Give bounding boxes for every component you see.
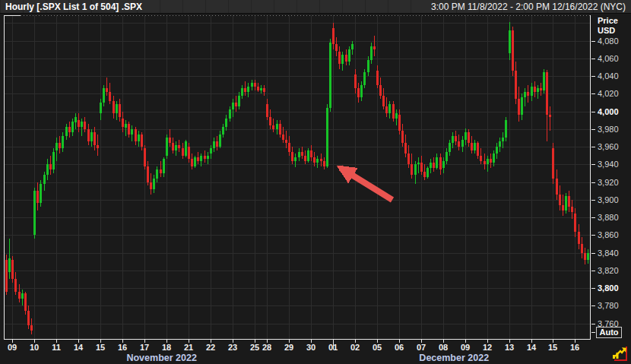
day-tick-label: 07 <box>411 343 431 352</box>
price-tick-label: 3,960 <box>598 142 619 151</box>
price-tick-label: 3,920 <box>598 178 619 187</box>
axis-tick <box>591 164 595 165</box>
day-tick-label: 09 <box>2 343 22 352</box>
day-tick-label: 14 <box>522 343 541 352</box>
day-tick-label: 23 <box>223 343 243 352</box>
day-tick-label: 06 <box>389 343 409 352</box>
axis-tick <box>591 76 595 77</box>
price-tick-label: 3,880 <box>598 213 619 222</box>
chart-date-range: 3:00 PM 11/8/2022 - 2:00 PM 12/16/2022 (… <box>431 2 626 12</box>
axis-tick <box>591 324 595 324</box>
day-tick-label: 15 <box>543 343 563 352</box>
price-tick-label: 4,080 <box>598 36 619 46</box>
day-tick-label: 14 <box>68 343 88 352</box>
price-axis-title: Price <box>598 16 618 25</box>
axis-tick <box>591 129 595 130</box>
chart-window: Hourly [.SPX List 1 of 504] .SPX 3:00 PM… <box>0 0 631 364</box>
month-label-november: November 2022 <box>126 353 196 363</box>
price-axis[interactable]: Price USD 4,0804,0604,0404,0204,0003,980… <box>591 14 631 340</box>
chart-app-icon[interactable] <box>610 344 629 362</box>
price-tick-label: 3,820 <box>598 266 619 275</box>
day-tick-label: 21 <box>179 343 198 352</box>
candles <box>5 22 589 334</box>
day-tick-label: 29 <box>279 343 299 352</box>
axis-tick <box>591 182 595 183</box>
axis-tick <box>591 59 595 59</box>
plot-frame <box>4 15 591 340</box>
day-tick-label: 11 <box>46 343 66 352</box>
price-tick-label: 3,900 <box>598 195 619 204</box>
time-axis[interactable]: 0910111415161718212223252829300102050607… <box>0 340 591 364</box>
plot-area[interactable] <box>4 15 591 340</box>
chart-header: Hourly [.SPX List 1 of 504] .SPX 3:00 PM… <box>0 0 631 14</box>
axis-tick <box>591 235 595 236</box>
price-tick-label: 4,020 <box>598 89 619 98</box>
price-tick-label: 3,980 <box>598 125 619 134</box>
axis-tick <box>591 200 595 201</box>
price-tick-label: 3,780 <box>598 301 619 310</box>
day-tick-label: 08 <box>433 343 453 352</box>
day-tick-label: 18 <box>157 343 176 352</box>
axis-tick <box>591 332 595 333</box>
day-tick-label: 02 <box>345 343 365 352</box>
candlestick-chart[interactable] <box>4 15 591 340</box>
day-tick-label: 16 <box>565 343 585 352</box>
price-tick-label: 4,060 <box>598 54 619 63</box>
day-tick-label: 16 <box>113 343 132 352</box>
day-tick-label: 17 <box>135 343 154 352</box>
price-tick-label: 3,800 <box>598 283 619 293</box>
axis-tick <box>591 253 595 254</box>
axis-tick <box>591 271 595 271</box>
annotation-arrow <box>341 168 392 200</box>
price-axis-unit: USD <box>598 26 615 35</box>
axis-tick <box>591 93 595 94</box>
price-tick-label: 4,040 <box>598 71 619 81</box>
axis-tick <box>591 41 595 42</box>
month-label-december: December 2022 <box>419 353 489 363</box>
day-tick-label: 10 <box>24 343 44 352</box>
day-tick-label: 09 <box>455 343 475 352</box>
day-tick-label: 12 <box>477 343 497 352</box>
axis-tick <box>591 305 595 306</box>
price-tick-label: 3,840 <box>598 248 619 258</box>
chart-title: Hourly [.SPX List 1 of 504] .SPX <box>5 2 142 12</box>
day-tick-label: 28 <box>257 343 277 352</box>
axis-tick <box>591 147 595 147</box>
axis-tick <box>591 217 595 218</box>
gridlines <box>4 15 591 340</box>
axis-tick <box>591 288 595 289</box>
price-tick-label: 3,860 <box>598 230 619 239</box>
price-tick-label: 4,000 <box>598 107 619 116</box>
axis-tick <box>591 112 595 112</box>
auto-scale-button[interactable]: Auto <box>596 327 622 338</box>
price-tick-label: 3,940 <box>598 160 619 169</box>
day-tick-label: 22 <box>201 343 220 352</box>
day-tick-label: 15 <box>90 343 110 352</box>
day-tick-label: 13 <box>499 343 519 352</box>
day-tick-label: 30 <box>301 343 321 352</box>
month-separator-tick <box>333 340 334 350</box>
day-tick-label: 05 <box>367 343 387 352</box>
